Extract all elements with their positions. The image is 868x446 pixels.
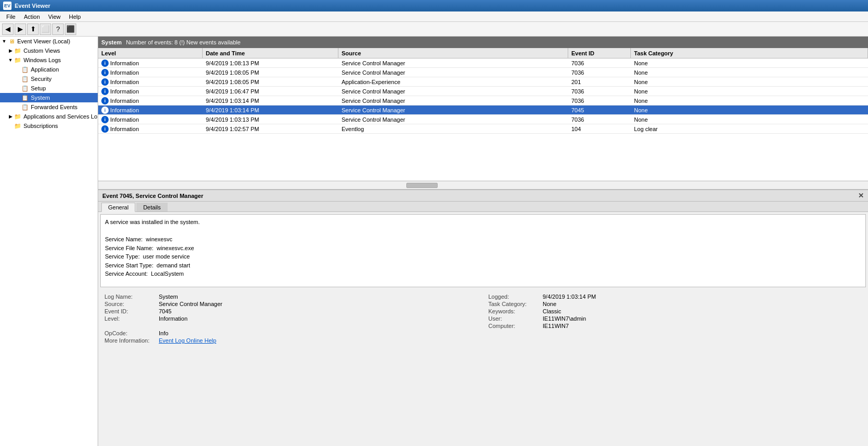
- meta-more-info-label: More Information:: [104, 337, 157, 344]
- table-row-selected[interactable]: i Information 9/4/2019 1:03:14 PM Servic…: [98, 105, 868, 115]
- detail-title: Event 7045, Service Control Manager: [102, 193, 203, 199]
- cell-datetime: 9/4/2019 1:06:47 PM: [203, 88, 338, 95]
- col-taskcategory[interactable]: Task Category: [631, 48, 868, 58]
- toolbar-extra[interactable]: ⬛: [65, 24, 76, 35]
- col-level[interactable]: Level: [98, 48, 203, 58]
- info-icon: i: [101, 97, 109, 104]
- title-bar: EV Event Viewer: [0, 0, 868, 11]
- cell-source: Service Control Manager: [338, 107, 568, 113]
- system-label: System: [101, 39, 122, 45]
- table-row[interactable]: i Information 9/4/2019 1:08:05 PM Applic…: [98, 77, 868, 87]
- meta-logged-value: 9/4/2019 1:03:14 PM: [543, 294, 596, 300]
- left-panel: ▼ 🖥 Event Viewer (Local) ▶ 📁 Custom View…: [0, 37, 98, 446]
- horizontal-scrollbar[interactable]: [98, 181, 868, 189]
- meta-user-label: User:: [488, 315, 541, 322]
- cell-source: Service Control Manager: [338, 60, 568, 66]
- cell-source: Eventlog: [338, 126, 568, 132]
- tree-label: Application: [31, 66, 59, 73]
- log-icon: 📋: [21, 93, 29, 102]
- info-icon: i: [101, 107, 109, 114]
- cell-source: Service Control Manager: [338, 69, 568, 76]
- toolbar-action[interactable]: ⬜: [40, 24, 51, 35]
- folder-icon: 🖥: [7, 37, 16, 45]
- menu-action[interactable]: Action: [20, 13, 44, 20]
- toolbar-forward[interactable]: ▶: [15, 24, 26, 35]
- cell-source: Service Control Manager: [338, 98, 568, 104]
- tree-item-subscriptions[interactable]: 📁 Subscriptions: [0, 121, 98, 131]
- col-datetime[interactable]: Date and Time: [203, 48, 338, 58]
- info-icon: i: [101, 60, 109, 67]
- toolbar-up[interactable]: ⬆: [27, 24, 39, 35]
- detail-meta: Log Name: System Logged: 9/4/2019 1:03:1…: [100, 291, 866, 346]
- detail-close-button[interactable]: ✕: [858, 192, 864, 199]
- app-title: Event Viewer: [15, 3, 50, 9]
- expand-icon: ▶: [7, 48, 14, 53]
- tab-details[interactable]: Details: [136, 203, 168, 212]
- col-eventid[interactable]: Event ID: [568, 48, 631, 58]
- detail-tabs: General Details: [98, 202, 868, 212]
- tree-item-setup[interactable]: 📋 Setup: [0, 84, 98, 93]
- main-layout: ▼ 🖥 Event Viewer (Local) ▶ 📁 Custom View…: [0, 37, 868, 446]
- tree-label: Event Viewer (Local): [17, 38, 70, 44]
- cell-taskcategory: None: [631, 60, 868, 66]
- cell-taskcategory: None: [631, 107, 868, 113]
- tree-item-custom-views[interactable]: ▶ 📁 Custom Views: [0, 46, 98, 55]
- tree-label: Windows Logs: [24, 57, 61, 63]
- cell-source: Service Control Manager: [338, 88, 568, 95]
- event-log-online-help-link[interactable]: Event Log Online Help: [159, 337, 216, 344]
- meta-task-category-label: Task Category:: [488, 301, 541, 307]
- meta-computer: Computer: IE11WIN7: [488, 323, 862, 329]
- tree-label: Security: [31, 76, 52, 82]
- menu-help[interactable]: Help: [65, 13, 85, 20]
- table-body: i Information 9/4/2019 1:08:13 PM Servic…: [98, 58, 868, 181]
- cell-level: i Information: [98, 78, 203, 86]
- meta-level-value: Information: [159, 315, 187, 322]
- detail-panel: Event 7045, Service Control Manager ✕ Ge…: [98, 189, 868, 446]
- meta-level: Level: Information: [104, 315, 478, 322]
- cell-level: i Information: [98, 116, 203, 123]
- meta-computer-empty: [104, 323, 478, 329]
- app-icon: EV: [3, 2, 11, 10]
- tree-item-security[interactable]: 📋 Security: [0, 74, 98, 84]
- info-icon: i: [101, 116, 109, 123]
- tree-item-event-viewer-local[interactable]: ▼ 🖥 Event Viewer (Local): [0, 37, 98, 46]
- tree-label: Subscriptions: [24, 123, 58, 129]
- system-info: Number of events: 8 (!) New events avail…: [126, 39, 241, 45]
- tree-label: Forwarded Events: [31, 104, 77, 110]
- table-row[interactable]: i Information 9/4/2019 1:03:13 PM Servic…: [98, 115, 868, 124]
- cell-source: Service Control Manager: [338, 116, 568, 123]
- meta-user-value: IE11WIN7\admin: [543, 315, 586, 322]
- meta-source-label: Source:: [104, 301, 157, 307]
- tree-item-application[interactable]: 📋 Application: [0, 65, 98, 74]
- events-area: Level Date and Time Source Event ID Task…: [98, 48, 868, 189]
- table-row[interactable]: i Information 9/4/2019 1:03:14 PM Servic…: [98, 96, 868, 105]
- tree-item-system[interactable]: 📋 System: [0, 93, 98, 102]
- menu-view[interactable]: View: [44, 13, 65, 20]
- cell-level: i Information: [98, 97, 203, 104]
- table-row[interactable]: i Information 9/4/2019 1:06:47 PM Servic…: [98, 87, 868, 96]
- toolbar-help[interactable]: ?: [52, 24, 64, 35]
- detail-message: A service was installed in the system. S…: [100, 214, 866, 287]
- table-row[interactable]: i Information 9/4/2019 1:08:13 PM Servic…: [98, 58, 868, 68]
- meta-logged: Logged: 9/4/2019 1:03:14 PM: [488, 294, 862, 300]
- cell-eventid: 7036: [568, 116, 631, 123]
- table-row[interactable]: i Information 9/4/2019 1:02:57 PM Eventl…: [98, 124, 868, 134]
- menu-file[interactable]: File: [2, 13, 20, 20]
- toolbar: ◀ ▶ ⬆ ⬜ ? ⬛: [0, 22, 868, 37]
- col-source[interactable]: Source: [338, 48, 568, 58]
- tab-general[interactable]: General: [101, 203, 135, 212]
- info-icon: i: [101, 69, 109, 76]
- folder-icon: 📁: [14, 122, 22, 130]
- meta-event-id: Event ID: 7045: [104, 308, 478, 314]
- tree-item-windows-logs[interactable]: ▼ 📁 Windows Logs: [0, 55, 98, 65]
- toolbar-back[interactable]: ◀: [2, 24, 14, 35]
- meta-opcode-value: Info: [159, 330, 168, 336]
- info-icon: i: [101, 78, 109, 86]
- folder-icon: 📁: [14, 46, 22, 55]
- tree-item-forwarded-events[interactable]: 📋 Forwarded Events: [0, 102, 98, 112]
- cell-taskcategory: None: [631, 88, 868, 95]
- table-row[interactable]: i Information 9/4/2019 1:08:05 PM Servic…: [98, 68, 868, 77]
- table-header: Level Date and Time Source Event ID Task…: [98, 48, 868, 58]
- cell-source: Application-Experience: [338, 79, 568, 85]
- tree-item-applications-services[interactable]: ▶ 📁 Applications and Services Lo: [0, 112, 98, 121]
